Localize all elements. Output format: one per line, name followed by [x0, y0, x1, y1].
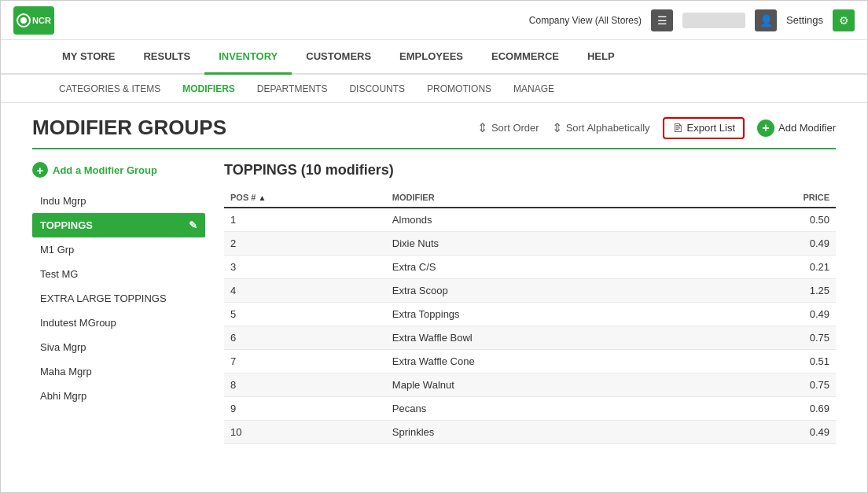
cell-pos: 6 [224, 326, 386, 350]
subnav-promotions[interactable]: PROMOTIONS [416, 75, 502, 103]
subnav-departments[interactable]: DEPARTMENTS [246, 75, 339, 103]
cell-price: 0.51 [704, 350, 836, 373]
page-header: MODIFIER GROUPS ⇕ Sort Order ⇕ Sort Alph… [32, 103, 836, 149]
add-group-button[interactable]: + Add a Modifier Group [32, 162, 205, 178]
cell-modifier: Pecans [386, 397, 705, 421]
sidebar-item-label: M1 Grp [40, 244, 74, 256]
cell-pos: 5 [224, 303, 386, 326]
sidebar-item-label: TOPPINGS [40, 219, 93, 231]
cell-price: 1.25 [704, 279, 836, 303]
sidebar-item-label: EXTRA LARGE TOPPINGS [40, 292, 167, 304]
add-group-label: Add a Modifier Group [53, 164, 157, 176]
cell-pos: 1 [224, 208, 386, 232]
cell-modifier: Extra C/S [386, 256, 705, 279]
top-bar: NCR Company View (All Stores) ☰ 👤 Settin… [1, 1, 867, 40]
cell-price: 0.75 [704, 326, 836, 350]
add-group-circle-icon: + [32, 162, 48, 178]
nav-my-store[interactable]: MY STORE [48, 40, 129, 75]
sidebar-item-indutest-mgroup[interactable]: Indutest MGroup [32, 311, 205, 335]
table-row[interactable]: 7 Extra Waffle Cone 0.51 [224, 350, 836, 373]
sort-alpha-button[interactable]: ⇕ Sort Alphabetically [552, 120, 650, 135]
cell-price: 0.49 [704, 303, 836, 326]
add-modifier-button[interactable]: + Add Modifier [757, 120, 836, 137]
ncr-logo[interactable]: NCR [13, 6, 54, 35]
sidebar-item-indu-mgrp[interactable]: Indu Mgrp [32, 189, 205, 213]
cell-modifier: Extra Toppings [386, 303, 705, 326]
col-header-price[interactable]: PRICE [704, 188, 836, 208]
cell-modifier: Extra Waffle Cone [386, 350, 705, 373]
sidebar-item-siva-mgrp[interactable]: Siva Mgrp [32, 335, 205, 359]
cell-modifier: Extra Scoop [386, 279, 705, 303]
edit-icon[interactable]: ✎ [189, 219, 197, 231]
sidebar-item-maha-mgrp[interactable]: Maha Mgrp [32, 359, 205, 384]
header-actions: ⇕ Sort Order ⇕ Sort Alphabetically 🖹 Exp… [477, 117, 836, 139]
table-header-row: POS # ▲ MODIFIER PRICE [224, 188, 836, 208]
col-header-modifier[interactable]: MODIFIER [386, 188, 705, 208]
export-list-button[interactable]: 🖹 Export List [663, 117, 745, 139]
user-icon[interactable]: 👤 [755, 9, 777, 31]
subnav-categories-items[interactable]: CATEGORIES & ITEMS [48, 75, 171, 103]
company-view-icon[interactable]: ☰ [651, 9, 673, 31]
cell-pos: 3 [224, 256, 386, 279]
table-row[interactable]: 6 Extra Waffle Bowl 0.75 [224, 326, 836, 350]
cell-price: 0.50 [704, 208, 836, 232]
cell-price: 0.75 [704, 373, 836, 397]
sort-alpha-label: Sort Alphabetically [566, 122, 650, 134]
subnav-modifiers[interactable]: MODIFIERS [171, 75, 246, 103]
sort-order-icon: ⇕ [477, 120, 487, 135]
table-title: TOPPINGS (10 modifiers) [224, 162, 836, 178]
table-row[interactable]: 1 Almonds 0.50 [224, 208, 836, 232]
sidebar-item-abhi-mgrp[interactable]: Abhi Mgrp [32, 384, 205, 408]
page-title: MODIFIER GROUPS [32, 116, 226, 140]
company-view-label: Company View (All Stores) [529, 15, 642, 26]
sidebar-item-toppings[interactable]: TOPPINGS ✎ [32, 213, 205, 237]
sidebar-item-test-mg[interactable]: Test MG [32, 262, 205, 286]
cell-pos: 2 [224, 232, 386, 256]
pos-sort-asc-icon: ▲ [258, 193, 266, 202]
table-row[interactable]: 9 Pecans 0.69 [224, 397, 836, 421]
nav-help[interactable]: HELP [573, 40, 629, 75]
sidebar-item-label: Siva Mgrp [40, 341, 86, 353]
sidebar-item-label: Maha Mgrp [40, 366, 92, 377]
table-row[interactable]: 4 Extra Scoop 1.25 [224, 279, 836, 303]
col-header-pos[interactable]: POS # ▲ [224, 188, 386, 208]
table-row[interactable]: 5 Extra Toppings 0.49 [224, 303, 836, 326]
sidebar-item-extra-large-toppings[interactable]: EXTRA LARGE TOPPINGS [32, 286, 205, 311]
settings-label: Settings [786, 14, 823, 26]
subnav-manage[interactable]: MANAGE [502, 75, 565, 103]
cell-price: 0.49 [704, 421, 836, 444]
nav-customers[interactable]: CUSTOMERS [292, 40, 385, 75]
sidebar: + Add a Modifier Group Indu Mgrp TOPPING… [32, 162, 205, 492]
cell-pos: 7 [224, 350, 386, 373]
cell-modifier: Dixie Nuts [386, 232, 705, 256]
table-body: 1 Almonds 0.50 2 Dixie Nuts 0.49 3 Extra… [224, 208, 836, 444]
cell-pos: 9 [224, 397, 386, 421]
cell-pos: 4 [224, 279, 386, 303]
logo-label: NCR [32, 16, 51, 25]
sort-order-label: Sort Order [491, 122, 539, 134]
add-modifier-label: Add Modifier [778, 122, 836, 134]
cell-modifier: Sprinkles [386, 421, 705, 444]
cell-pos: 8 [224, 373, 386, 397]
settings-icon[interactable]: ⚙ [833, 9, 855, 31]
nav-employees[interactable]: EMPLOYEES [385, 40, 477, 75]
sidebar-item-label: Abhi Mgrp [40, 390, 86, 402]
table-row[interactable]: 8 Maple Walnut 0.75 [224, 373, 836, 397]
table-row[interactable]: 10 Sprinkles 0.49 [224, 421, 836, 444]
sort-alpha-icon: ⇕ [552, 120, 562, 135]
sidebar-item-label: Indutest MGroup [40, 317, 116, 329]
sidebar-item-m1-grp[interactable]: M1 Grp [32, 237, 205, 262]
table-area: TOPPINGS (10 modifiers) POS # ▲ MODI [224, 162, 836, 492]
subnav-discounts[interactable]: DISCOUNTS [338, 75, 416, 103]
nav-results[interactable]: RESULTS [129, 40, 204, 75]
sidebar-item-label: Indu Mgrp [40, 195, 86, 207]
cell-modifier: Almonds [386, 208, 705, 232]
table-row[interactable]: 2 Dixie Nuts 0.49 [224, 232, 836, 256]
nav-ecommerce[interactable]: ECOMMERCE [477, 40, 573, 75]
content-area: MODIFIER GROUPS ⇕ Sort Order ⇕ Sort Alph… [1, 103, 867, 492]
table-row[interactable]: 3 Extra C/S 0.21 [224, 256, 836, 279]
nav-inventory[interactable]: INVENTORY [204, 40, 292, 75]
sort-order-button[interactable]: ⇕ Sort Order [477, 120, 539, 135]
export-icon: 🖹 [672, 122, 683, 134]
modifiers-table: POS # ▲ MODIFIER PRICE [224, 188, 836, 444]
